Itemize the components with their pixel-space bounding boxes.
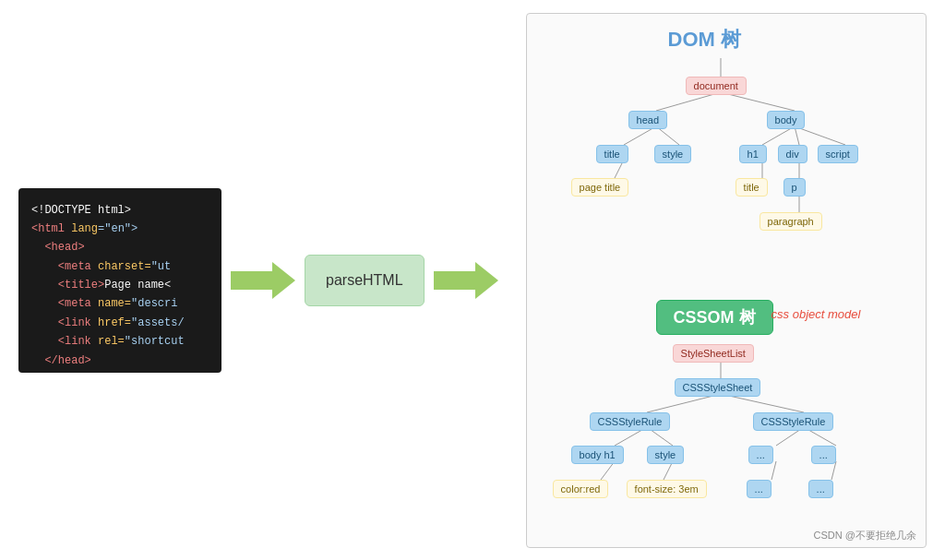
- svg-line-24: [831, 461, 836, 480]
- dom-title: DOM 树: [661, 23, 748, 56]
- arrow1-icon: [231, 257, 295, 304]
- node-paragraph: paragraph: [760, 212, 822, 231]
- node-title: title: [596, 145, 628, 163]
- svg-line-6: [656, 126, 679, 145]
- svg-marker-1: [434, 262, 498, 299]
- parse-html-box: parseHTML: [305, 255, 425, 306]
- node-style2: style: [647, 446, 685, 464]
- node-dots1: ...: [748, 446, 773, 464]
- svg-line-21: [601, 461, 615, 480]
- cssom-subtitle: css object model: [772, 307, 861, 321]
- node-cssstylerule2: CSSStyleRule: [753, 412, 834, 431]
- arrow2-container: [434, 257, 498, 304]
- node-style: style: [654, 145, 692, 163]
- code-image: <!DOCTYPE html> <html lang="en"> <head> …: [18, 188, 221, 373]
- svg-line-7: [762, 126, 795, 145]
- svg-line-4: [721, 92, 795, 111]
- node-font-size: font-size: 3em: [627, 480, 707, 498]
- watermark: CSDN @不要拒绝几余: [814, 529, 916, 542]
- node-h1: h1: [739, 145, 767, 163]
- svg-line-16: [721, 394, 804, 412]
- node-div: div: [778, 145, 807, 163]
- node-document: document: [686, 77, 747, 95]
- tree-diagram: DOM 树 document head body title style h1 …: [526, 13, 927, 548]
- svg-marker-0: [231, 262, 295, 299]
- node-p: p: [784, 178, 806, 197]
- node-body: body: [767, 111, 806, 129]
- svg-line-9: [795, 126, 845, 145]
- node-title-leaf: title: [736, 178, 768, 197]
- node-dots3: ...: [747, 480, 772, 498]
- node-dots4: ...: [808, 480, 833, 498]
- parse-html-label: parseHTML: [326, 272, 403, 288]
- svg-line-8: [795, 126, 799, 145]
- arrow1-container: [231, 257, 295, 304]
- node-stylesheetlist: StyleSheetList: [673, 344, 754, 363]
- svg-line-15: [647, 394, 721, 412]
- node-head: head: [628, 111, 667, 129]
- svg-line-5: [624, 126, 656, 145]
- node-color-red: color:red: [553, 480, 609, 498]
- node-cssstylesheet: CSSStyleSheet: [675, 378, 761, 397]
- node-body-h1: body h1: [571, 446, 624, 464]
- node-script: script: [818, 145, 858, 163]
- node-cssstylerule1: CSSStyleRule: [590, 412, 671, 431]
- main-container: <!DOCTYPE html> <html lang="en"> <head> …: [0, 0, 945, 560]
- svg-line-3: [656, 92, 721, 111]
- svg-line-23: [772, 461, 776, 480]
- svg-line-22: [664, 461, 673, 480]
- cssom-title: CSSOM 树: [656, 300, 773, 335]
- node-page-title: page title: [571, 178, 629, 197]
- arrow2-icon: [434, 257, 498, 304]
- node-dots2: ...: [811, 446, 836, 464]
